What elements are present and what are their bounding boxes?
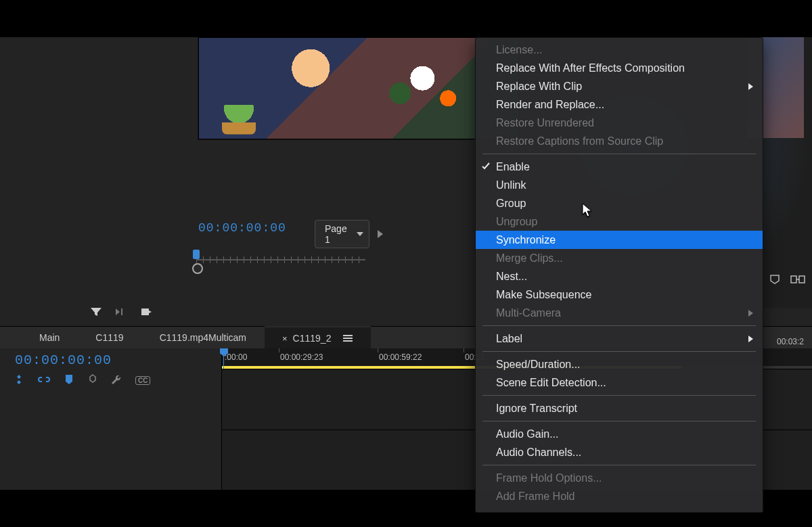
menu-item-label: Audio Channels... <box>496 446 581 459</box>
letterbox-top <box>0 0 812 37</box>
menu-item: License... <box>476 41 763 59</box>
menu-item: Restore Captions from Source Clip <box>476 132 763 150</box>
menu-item[interactable]: Unlink <box>476 176 763 194</box>
menu-separator <box>482 465 756 465</box>
menu-item-label: Unlink <box>496 179 526 191</box>
close-icon[interactable]: × <box>282 334 288 344</box>
sequence-tab[interactable]: Main <box>22 327 78 348</box>
page-dropdown-label: Page 1 <box>325 223 347 245</box>
menu-item: Add Frame Hold <box>476 487 763 505</box>
text-panel-toolbar <box>90 306 152 317</box>
text-panel: 00:00:00:00 Page 1 <box>41 37 379 327</box>
insert-icon[interactable] <box>114 306 128 317</box>
sequence-tab[interactable]: C1119.mp4Multicam <box>142 327 265 348</box>
menu-separator <box>482 351 756 352</box>
submenu-arrow-icon <box>748 310 753 317</box>
panel-menu-icon[interactable] <box>343 335 353 342</box>
menu-item-label: Audio Gain... <box>496 428 559 440</box>
overwrite-icon[interactable] <box>140 306 152 317</box>
linked-selection-icon[interactable] <box>38 374 50 387</box>
zoom-handle-icon[interactable] <box>192 263 203 274</box>
menu-item-label: Replace With After Effects Composition <box>496 62 685 74</box>
menu-item[interactable]: Group <box>476 194 763 212</box>
menu-separator <box>482 154 756 154</box>
filter-icon[interactable] <box>90 306 102 317</box>
menu-item-label: Merge Clips... <box>496 252 563 265</box>
playhead-track <box>196 259 365 260</box>
menu-item-label: Speed/Duration... <box>496 359 581 371</box>
menu-item-label: Make Subsequence <box>496 289 591 301</box>
sequence-tab-label: Main <box>39 332 60 343</box>
menu-item-label: Scene Edit Detection... <box>496 377 606 389</box>
snap-icon[interactable] <box>14 374 24 387</box>
menu-item[interactable]: Nest... <box>476 267 763 285</box>
marker-icon[interactable] <box>769 274 781 287</box>
menu-item[interactable]: Label <box>476 329 763 348</box>
menu-item-label: Multi-Camera <box>496 307 561 319</box>
checkmark-icon <box>481 162 491 171</box>
menu-item-label: Render and Replace... <box>496 99 604 111</box>
timeline-timecode[interactable]: 00:00:00:00 <box>15 352 112 368</box>
sequence-tab-label: C1119 <box>95 332 123 343</box>
svg-rect-1 <box>799 276 805 283</box>
submenu-arrow-icon <box>748 336 753 342</box>
menu-item-label: Ignore Transcript <box>496 403 577 415</box>
text-panel-timecode[interactable]: 00:00:00:00 <box>198 221 286 235</box>
menu-item[interactable]: Render and Replace... <box>476 95 763 114</box>
ruler-tick: :00:00 <box>225 352 247 362</box>
sequence-tab-label: C1119_2 <box>293 333 332 344</box>
captions-icon[interactable]: CC <box>135 376 150 385</box>
wrench-icon[interactable] <box>111 374 122 387</box>
menu-item-label: License... <box>496 44 542 56</box>
menu-item-label: Label <box>496 333 522 345</box>
menu-item[interactable]: Replace With Clip <box>476 77 763 95</box>
chevron-down-icon <box>357 232 363 236</box>
app-window: 00:00:00:00 Page 1 <box>0 37 812 490</box>
menu-item: Restore Unrendered <box>476 114 763 132</box>
menu-item-label: Enable <box>496 161 530 173</box>
page-selector-group: Page 1 <box>315 220 383 248</box>
sequence-tab[interactable]: C1119 <box>78 327 141 348</box>
menu-separator <box>482 395 756 396</box>
ruler-tick: 00:00:59:22 <box>379 352 422 362</box>
submenu-arrow-icon <box>748 83 753 90</box>
sequence-tab[interactable]: ×C1119_2 <box>265 326 371 349</box>
source-video-thumbnail[interactable] <box>198 37 519 139</box>
timeline-settings-icon[interactable] <box>88 374 97 387</box>
sequence-tab-label: C1119.mp4Multicam <box>160 332 246 343</box>
ruler-tick: 00:00:29:23 <box>280 352 323 362</box>
comparison-view-icon[interactable] <box>790 274 805 287</box>
menu-item-label: Restore Unrendered <box>496 117 594 129</box>
menu-item[interactable]: Make Subsequence <box>476 285 763 304</box>
menu-item: Merge Clips... <box>476 249 763 267</box>
playhead-knob[interactable] <box>193 250 200 259</box>
menu-item-label: Synchronize <box>496 234 556 246</box>
transcript-playhead[interactable] <box>191 247 379 274</box>
add-marker-icon[interactable] <box>64 374 74 387</box>
page-dropdown[interactable]: Page 1 <box>315 220 369 248</box>
svg-rect-0 <box>791 276 796 283</box>
menu-item: Frame Hold Options... <box>476 469 763 487</box>
next-page-button[interactable] <box>378 230 383 238</box>
menu-item[interactable]: Speed/Duration... <box>476 355 763 373</box>
menu-item-label: Frame Hold Options... <box>496 472 602 484</box>
clip-context-menu[interactable]: License...Replace With After Effects Com… <box>475 37 763 513</box>
menu-item[interactable]: Synchronize <box>476 231 763 249</box>
track-header: 00:00:00:00 <box>0 348 222 490</box>
menu-item[interactable]: Audio Channels... <box>476 443 763 461</box>
menu-item-label: Ungroup <box>496 216 537 228</box>
right-ruler-label: 00:03:2 <box>777 337 804 346</box>
menu-item: Ungroup <box>476 212 763 231</box>
menu-item-label: Restore Captions from Source Clip <box>496 135 663 147</box>
menu-item[interactable]: Scene Edit Detection... <box>476 373 763 392</box>
menu-item-label: Replace With Clip <box>496 81 582 93</box>
menu-item[interactable]: Ignore Transcript <box>476 399 763 417</box>
program-monitor-buttons <box>769 274 805 287</box>
menu-item-label: Group <box>496 198 526 210</box>
menu-item[interactable]: Audio Gain... <box>476 425 763 443</box>
menu-item[interactable]: Replace With After Effects Composition <box>476 59 763 77</box>
timeline-tool-row: CC <box>14 374 150 387</box>
menu-item[interactable]: Enable <box>476 158 763 176</box>
menu-item-label: Nest... <box>496 271 527 283</box>
menu-item-label: Add Frame Hold <box>496 490 575 503</box>
